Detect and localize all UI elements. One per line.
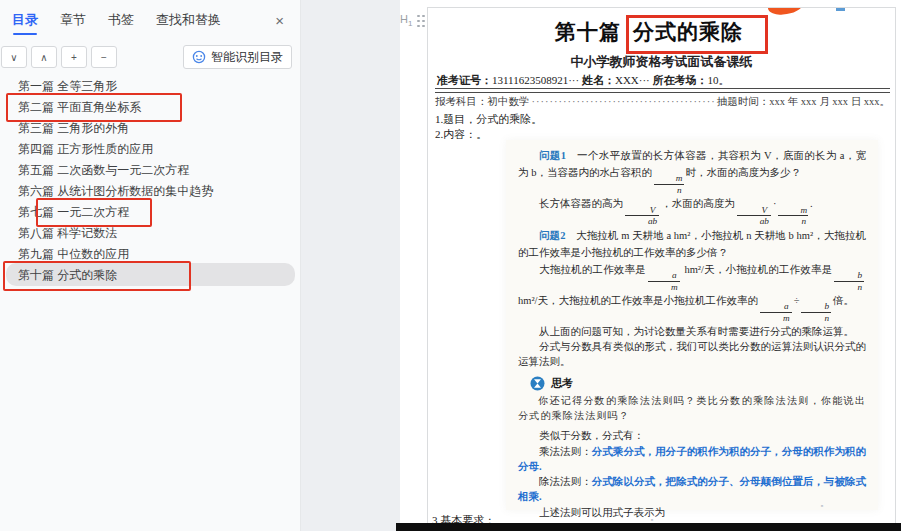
tab-find-replace[interactable]: 查找和替换: [156, 11, 221, 29]
toc-item-9[interactable]: 第九篇 中位数的应用: [0, 244, 300, 264]
tab-catalog[interactable]: 目录: [12, 11, 38, 29]
think-heading: 思考: [530, 376, 866, 391]
bottom-divider-bar: [396, 523, 901, 531]
collapse-button[interactable]: −: [91, 46, 117, 68]
page-subtitle: 中小学教师资格考试面试备课纸: [428, 53, 895, 71]
toc-item-10-selected[interactable]: 第十篇 分式的乘除: [0, 265, 300, 285]
heading-drag-handle[interactable]: H1: [400, 14, 425, 28]
scroll-down-button[interactable]: ∨: [1, 46, 27, 68]
subject-info-line: 报考科目：初中数学 ······························…: [435, 95, 890, 109]
paragraph-mark: 。: [820, 497, 829, 510]
panel-tab-bar: 目录 章节 书签 查找和替换 ×: [0, 0, 300, 33]
rule-multiplication: 乘法法则：分式乘分式，用分子的积作为积的分子，分母的积作为积的分母.: [518, 444, 866, 474]
paragraph: 分式与分数具有类似的形式，我们可以类比分数的运算法则认识分式的运算法则。: [518, 339, 866, 369]
toc-toolbar: ∨ ∧ + − 智能识别目录: [0, 33, 300, 75]
toc-item-3[interactable]: 第三篇 三角形的外角: [0, 118, 300, 138]
toc-item-6[interactable]: 第六篇 从统计图分析数据的集中趋势: [0, 181, 300, 201]
panel-gutter: [301, 0, 400, 531]
toc-item-5[interactable]: 第五篇 二次函数与一元二次方程: [0, 160, 300, 180]
cursor-mark: [836, 8, 845, 11]
tab-chapters[interactable]: 章节: [60, 11, 86, 29]
toc-item-8[interactable]: 第八篇 科学记数法: [0, 223, 300, 243]
document-canvas: H1 第十篇分式的乘除 中小学教师资格考试面试备课纸 准考证号：13111623…: [400, 0, 901, 531]
paragraph-mark: 。: [784, 441, 793, 454]
textbook-image: 问题1 一个水平放置的长方体容器，其容积为 V，底面的长为 a，宽为 b，当容器…: [506, 140, 878, 510]
toc-item-2[interactable]: 第二篇 平面直角坐标系: [0, 97, 300, 117]
annotation-box-title: 分式的乘除: [626, 15, 768, 54]
problem-1: 问题1 一个水平放置的长方体容器，其容积为 V，底面的长为 a，宽为 b，当容器…: [518, 147, 866, 195]
content-line: 2.内容：。: [435, 127, 487, 142]
rule-division: 除法法则：分式除以分式，把除式的分子、分母颠倒位置后，与被除式相乘.: [518, 474, 866, 504]
toc-item-1[interactable]: 第一篇 全等三角形: [0, 76, 300, 96]
think-body: 你还记得分数的乘除法法则吗？类比分数的乘除法法则，你能说出分式的乘除法法则吗？: [518, 393, 866, 423]
dot-leader: ········································…: [532, 96, 715, 107]
answer-1: 长方体容器的高为Vab，水面的高度为Vab·mn.: [518, 195, 866, 226]
heading-level-marker: H1: [400, 14, 412, 28]
scroll-up-button[interactable]: ∧: [31, 46, 57, 68]
expand-button[interactable]: +: [61, 46, 87, 68]
toc-item-4[interactable]: 第四篇 正方形性质的应用: [0, 139, 300, 159]
topic-line: 1.题目，分式的乘除。: [435, 112, 542, 127]
paragraph: 从上面的问题可知，为讨论数量关系有时需要进行分式的乘除运算。: [518, 324, 866, 339]
problem-2: 问题2 大拖拉机 m 天耕地 a hm²，小拖拉机 n 天耕地 b hm²，大拖…: [518, 227, 866, 261]
exam-info-line: 准考证号：13111623508921··· 姓名：XXX··· 所在考场：10…: [437, 73, 889, 88]
paragraph: 上述法则可以用式子表示为: [518, 505, 866, 520]
smart-toc-icon: [192, 50, 206, 64]
drag-dots-icon[interactable]: [417, 15, 425, 28]
toc-item-7[interactable]: 第七篇 一元二次方程: [0, 202, 300, 222]
double-rule: [435, 88, 890, 93]
page-title: 第十篇分式的乘除: [428, 15, 895, 54]
think-icon: [530, 376, 545, 391]
smart-toc-label: 智能识别目录: [211, 49, 283, 66]
document-page: 第十篇分式的乘除 中小学教师资格考试面试备课纸 准考证号：13111623508…: [427, 7, 896, 531]
tab-bookmarks[interactable]: 书签: [108, 11, 134, 29]
toc-list: 第一篇 全等三角形 第二篇 平面直角坐标系 第三篇 三角形的外角 第四篇 正方形…: [0, 76, 300, 286]
close-panel-icon[interactable]: ×: [271, 12, 288, 29]
answer-2: 大拖拉机的工作效率是am hm²/天，小拖拉机的工作效率是bn hm²/天，大拖…: [518, 261, 866, 324]
toc-panel: 目录 章节 书签 查找和替换 × ∨ ∧ + − 智能识别目录 第一篇 全等三角…: [0, 0, 301, 531]
paragraph: 类似于分数，分式有：: [518, 428, 866, 443]
smart-toc-button[interactable]: 智能识别目录: [183, 45, 292, 69]
